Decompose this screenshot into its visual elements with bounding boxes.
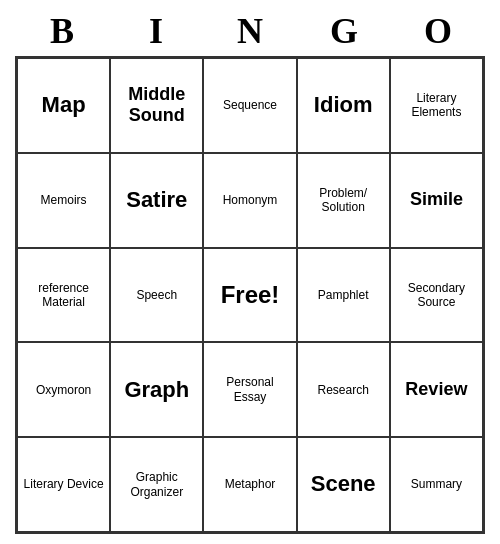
cell-3-4: Review (390, 342, 483, 437)
cell-4-4: Summary (390, 437, 483, 532)
cell-4-1: Graphic Organizer (110, 437, 203, 532)
bingo-title: BINGO (15, 10, 485, 52)
cell-3-0: Oxymoron (17, 342, 110, 437)
cell-4-0: Literary Device (17, 437, 110, 532)
cell-2-2: Free! (203, 248, 296, 343)
title-letter: G (304, 10, 384, 52)
cell-0-4: Literary Elements (390, 58, 483, 153)
cell-3-3: Research (297, 342, 390, 437)
cell-1-4: Simile (390, 153, 483, 248)
title-letter: O (398, 10, 478, 52)
cell-2-0: reference Material (17, 248, 110, 343)
title-letter: I (116, 10, 196, 52)
cell-2-4: Secondary Source (390, 248, 483, 343)
title-letter: N (210, 10, 290, 52)
bingo-grid: MapMiddle SoundSequenceIdiomLiterary Ele… (15, 56, 485, 534)
cell-4-3: Scene (297, 437, 390, 532)
cell-1-2: Homonym (203, 153, 296, 248)
cell-4-2: Metaphor (203, 437, 296, 532)
cell-2-1: Speech (110, 248, 203, 343)
cell-3-2: Personal Essay (203, 342, 296, 437)
cell-0-1: Middle Sound (110, 58, 203, 153)
cell-0-0: Map (17, 58, 110, 153)
cell-1-3: Problem/ Solution (297, 153, 390, 248)
cell-1-0: Memoirs (17, 153, 110, 248)
cell-3-1: Graph (110, 342, 203, 437)
cell-0-2: Sequence (203, 58, 296, 153)
title-letter: B (22, 10, 102, 52)
cell-2-3: Pamphlet (297, 248, 390, 343)
cell-1-1: Satire (110, 153, 203, 248)
cell-0-3: Idiom (297, 58, 390, 153)
